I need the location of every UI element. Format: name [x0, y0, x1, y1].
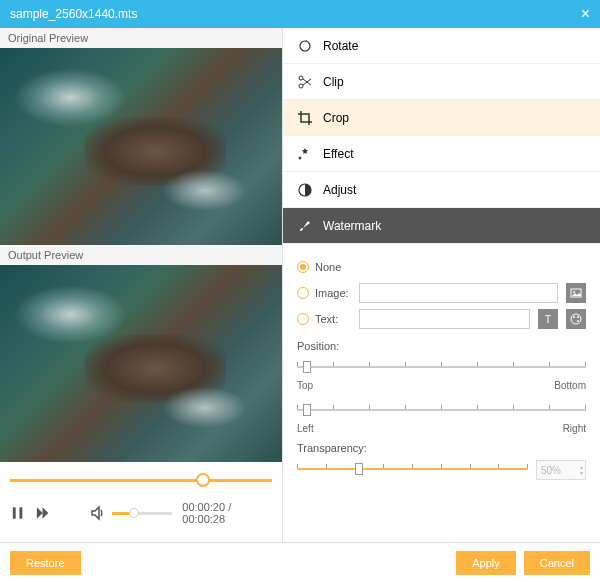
- svg-point-7: [573, 291, 575, 293]
- output-preview-label: Output Preview: [0, 245, 282, 265]
- svg-point-11: [577, 320, 579, 322]
- horizontal-position-slider[interactable]: [297, 399, 586, 423]
- radio-text-label: Text:: [315, 313, 353, 325]
- position-label: Position:: [297, 340, 586, 352]
- crop-icon: [297, 110, 313, 126]
- left-label: Left: [297, 423, 314, 434]
- radio-text[interactable]: [297, 313, 309, 325]
- tool-rotate[interactable]: Rotate: [283, 28, 600, 64]
- image-path-input[interactable]: [359, 283, 558, 303]
- svg-point-2: [300, 41, 310, 51]
- top-label: Top: [297, 380, 313, 391]
- radio-image[interactable]: [297, 287, 309, 299]
- original-preview-label: Original Preview: [0, 28, 282, 48]
- svg-point-9: [573, 316, 575, 318]
- rotate-icon: [297, 38, 313, 54]
- cancel-button[interactable]: Cancel: [524, 551, 590, 575]
- svg-rect-1: [19, 507, 22, 518]
- tool-adjust-label: Adjust: [323, 183, 356, 197]
- radio-none-label: None: [315, 261, 341, 273]
- svg-point-10: [577, 316, 579, 318]
- tool-clip[interactable]: Clip: [283, 64, 600, 100]
- output-preview: [0, 265, 282, 462]
- tool-effect-label: Effect: [323, 147, 353, 161]
- tool-clip-label: Clip: [323, 75, 344, 89]
- tool-effect[interactable]: Effect: [283, 136, 600, 172]
- fast-forward-button[interactable]: [35, 505, 50, 521]
- effect-icon: [297, 146, 313, 162]
- transparency-slider[interactable]: [297, 458, 528, 482]
- tool-rotate-label: Rotate: [323, 39, 358, 53]
- volume-icon[interactable]: [90, 505, 106, 521]
- tool-crop-label: Crop: [323, 111, 349, 125]
- text-input[interactable]: [359, 309, 530, 329]
- scissors-icon: [297, 74, 313, 90]
- transparency-value[interactable]: 50%: [536, 460, 586, 480]
- tool-watermark-label: Watermark: [323, 219, 381, 233]
- radio-image-label: Image:: [315, 287, 353, 299]
- tool-adjust[interactable]: Adjust: [283, 172, 600, 208]
- svg-rect-0: [13, 507, 16, 518]
- transparency-label: Transparency:: [297, 442, 586, 454]
- font-button[interactable]: T: [538, 309, 558, 329]
- color-button[interactable]: [566, 309, 586, 329]
- svg-point-4: [299, 76, 303, 80]
- close-icon[interactable]: ×: [581, 5, 590, 23]
- browse-image-button[interactable]: [566, 283, 586, 303]
- right-label: Right: [563, 423, 586, 434]
- original-preview: [0, 48, 282, 245]
- apply-button[interactable]: Apply: [456, 551, 516, 575]
- restore-button[interactable]: Restore: [10, 551, 81, 575]
- bottom-label: Bottom: [554, 380, 586, 391]
- seek-slider[interactable]: [10, 470, 272, 490]
- radio-none[interactable]: [297, 261, 309, 273]
- tool-crop[interactable]: Crop: [283, 100, 600, 136]
- svg-point-8: [571, 314, 581, 324]
- svg-point-3: [299, 84, 303, 88]
- brush-icon: [297, 218, 313, 234]
- adjust-icon: [297, 182, 313, 198]
- tool-watermark[interactable]: Watermark: [283, 208, 600, 244]
- pause-button[interactable]: [10, 505, 25, 521]
- window-title: sample_2560x1440.mts: [10, 7, 137, 21]
- volume-slider[interactable]: [112, 512, 172, 515]
- time-display: 00:00:20 / 00:00:28: [182, 501, 272, 525]
- vertical-position-slider[interactable]: [297, 356, 586, 380]
